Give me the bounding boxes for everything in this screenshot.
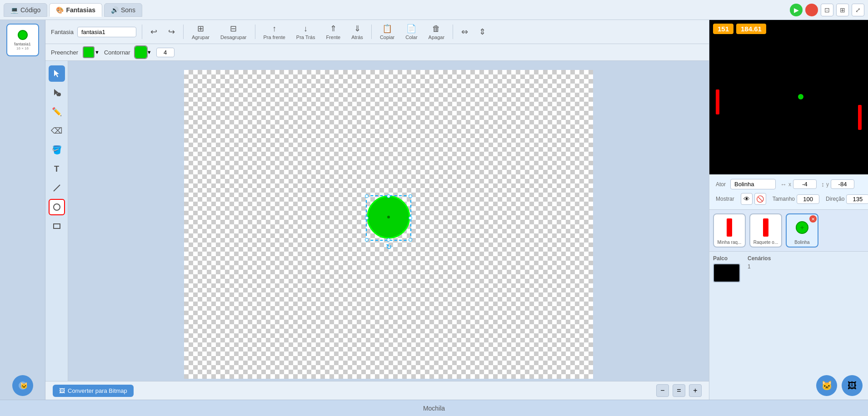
sounds-icon: 🔊 [111,6,119,14]
costume-name-row: Fantasia [51,27,136,37]
tab-code[interactable]: 💻 Código [4,3,47,17]
green-flag-button[interactable]: ▶ [790,4,803,16]
sprite-thumbnail[interactable]: fantasia1 16 × 16 [6,24,39,56]
stop-button[interactable] [805,4,818,16]
delete-icon: 🗑 [432,24,440,34]
zoom-out-button[interactable]: − [656,384,669,397]
svg-marker-2 [54,70,59,77]
select-arrow-icon [52,69,61,78]
add-sprite-icon: 🐱 [821,380,833,391]
rotate-handle[interactable]: ↻ [384,243,393,251]
copy-button[interactable]: 📋 Copiar [377,23,397,41]
undo-button[interactable]: ↩ [148,26,160,38]
paddle-right [858,105,862,130]
zoom-reset-button[interactable]: = [673,384,685,397]
line-tool[interactable] [49,180,65,196]
costume-name-input[interactable] [77,27,136,37]
stage-small-btn[interactable]: ⊡ [821,4,833,16]
undo-icon: ↩ [150,27,157,37]
y-arrow-icon: ↕ [821,181,824,188]
forward-button[interactable]: ↑ Pra frente [261,23,288,41]
canvas-wrapper[interactable]: ↻ [68,61,709,381]
stage-scenery: Palco Cenários 1 [709,252,868,371]
fill-dropdown-icon[interactable]: ▼ [95,50,100,55]
add-costume-button[interactable]: 🐱 [12,375,33,396]
canvas-shape[interactable] [366,194,411,242]
group-button[interactable]: ⊞ Agrupar [189,23,212,41]
sprite-size-label: 16 × 16 [16,46,29,50]
stroke-width-input[interactable] [156,48,175,57]
svg-rect-7 [54,224,60,228]
add-scene-button[interactable]: 🖼 [842,375,863,396]
score-left-badge: 151 [713,24,733,34]
back-button[interactable]: ⇓ Atrás [349,23,366,41]
flip-horizontal-button[interactable]: ⇔ [459,26,471,38]
fill-tool[interactable]: 🪣 [49,142,65,158]
actor-name-input[interactable] [730,179,776,189]
sprite-panel: fantasia1 16 × 16 🐱 [0,20,45,400]
delete-button[interactable]: 🗑 Apagar [426,23,447,41]
sep4 [371,25,372,39]
copy-icon: 📋 [382,24,392,34]
svg-point-9 [387,216,390,218]
paste-button[interactable]: 📄 Colar [403,23,420,41]
main-layout: fantasia1 16 × 16 🐱 Fantasia ↩ [0,20,868,400]
score-right-badge: 184.61 [736,24,766,34]
x-input[interactable] [793,179,817,189]
select-tool[interactable] [49,65,65,82]
add-sprite-button[interactable]: 🐱 [816,375,837,396]
paddle-sprite-left [727,218,732,237]
y-input[interactable] [831,179,854,189]
paste-icon: 📄 [406,24,416,34]
svg-text:🐱: 🐱 [20,382,28,390]
stroke-color-swatch[interactable] [135,46,147,58]
convert-bitmap-button[interactable]: 🖼 Converter para Bitmap [53,385,134,397]
fill-color-swatch[interactable] [83,46,95,58]
size-input[interactable] [797,194,819,204]
circle-tool[interactable] [49,199,65,215]
text-tool[interactable]: T [49,161,65,177]
flip-vertical-button[interactable]: ⇕ [476,26,489,38]
zoom-in-button[interactable]: + [689,384,702,397]
ungroup-button[interactable]: ⊟ Desagrupar [218,23,249,41]
group-icon: ⊞ [197,24,204,34]
stroke-label: Contornar [104,49,130,56]
mochila-label: Mochila [423,405,445,412]
rectangle-tool[interactable] [49,218,65,234]
redo-icon: ↪ [168,27,175,37]
zoom-in-icon: + [693,386,697,395]
right-panel: 151 184.61 Ator ↔ x ↕ y [709,20,868,400]
actor-sprites-strip: Minha raq... Raquete o... ✕ Bolinha [709,210,868,252]
pencil-tool[interactable]: ✏️ [49,104,65,120]
tab-sounds[interactable]: 🔊 Sons [104,3,142,17]
hide-button[interactable]: 🚫 [754,193,766,205]
stage-counter: 151 184.61 [709,24,766,34]
redo-button[interactable]: ↪ [165,26,178,38]
actor-sprite-raquete-outro[interactable]: Raquete o... [749,213,782,248]
zoom-reset-icon: = [677,386,681,395]
actor-sprite-bolinha[interactable]: ✕ Bolinha [786,213,818,248]
svg-point-4 [57,93,61,96]
sprite-delete-button[interactable]: ✕ [809,215,817,223]
eraser-tool[interactable]: ⌫ [49,123,65,139]
backward-button[interactable]: ↓ Pra Trás [294,23,318,41]
actor-sprite-minha-raquete[interactable]: Minha raq... [713,213,746,248]
stroke-dropdown-icon[interactable]: ▼ [147,50,152,55]
stage-medium-btn[interactable]: ⊞ [836,4,849,16]
stage-large-btn[interactable]: ⤢ [852,4,864,16]
costume-label: Fantasia [51,29,74,35]
y-label: y [826,181,829,188]
drawing-canvas[interactable]: ↻ [184,70,593,379]
direction-input[interactable] [846,194,868,204]
sprite-name-raquete-outro: Raquete o... [752,240,779,245]
show-button[interactable]: 👁 [741,193,753,205]
mochila-bar: Mochila [0,400,868,416]
backward-icon: ↓ [304,24,308,34]
direction-label: Direção [826,196,844,202]
stage-mini-thumb[interactable] [713,263,740,282]
reshape-tool[interactable] [49,84,65,101]
stage-section: Palco [713,255,740,282]
tab-fantasy[interactable]: 🎨 Fantasias [49,3,102,17]
front-button[interactable]: ⇑ Frente [323,23,343,41]
sprite-name-minha-raquete: Minha raq... [716,240,743,245]
